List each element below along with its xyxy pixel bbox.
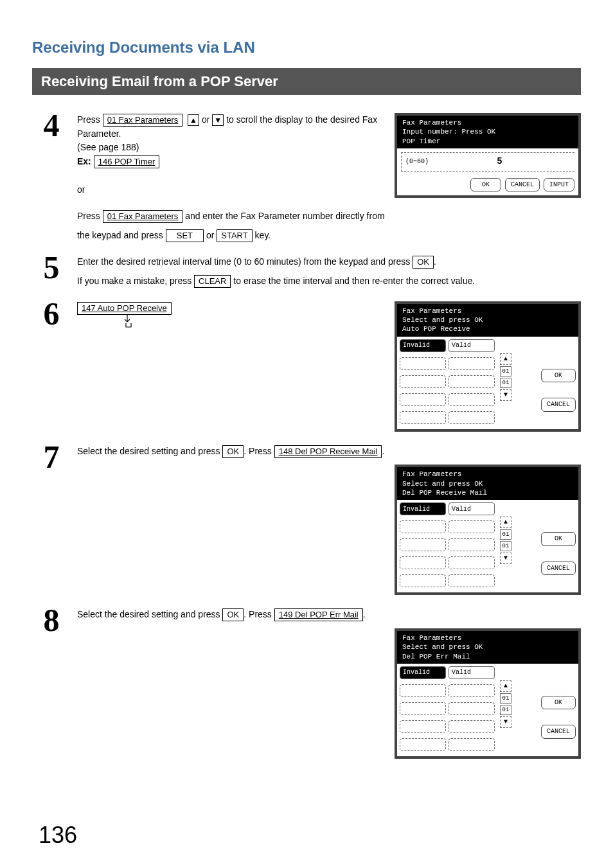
start-button[interactable]: START [217,229,252,242]
lcd-cancel-button[interactable]: CANCEL [541,725,576,739]
text: . Press [244,609,274,619]
lcd-empty-slot [400,720,446,733]
text: Press [77,211,103,221]
lcd-empty-slot [400,574,446,587]
lcd-screen-del-pop-receive: Fax Parameters Select and press OK Del P… [395,465,581,595]
lcd-arrow-up-icon[interactable]: ▲ [500,680,511,692]
lcd-screen-pop-timer: Fax Parameters Input number: Press OK PO… [395,113,581,198]
lcd-empty-slot [400,738,446,751]
lcd-cancel-button[interactable]: CANCEL [541,562,576,576]
lcd-arrow-down-icon[interactable]: ▼ [500,389,511,401]
text: . Press [244,446,274,456]
step-number: 6 [32,297,71,330]
text: . [363,609,366,619]
auto-pop-receive-button[interactable]: 147 Auto POP Receive [77,302,172,315]
text: to erase the time interval and then re-e… [233,276,475,286]
lcd-header: Fax Parameters Select and press OK Del P… [397,467,578,500]
ok-button[interactable]: OK [413,256,434,269]
page-number: 136 [39,822,77,849]
lcd-header: Fax Parameters Select and press OK Auto … [397,304,578,337]
text: . [434,256,436,267]
set-button[interactable]: SET [166,229,204,242]
lcd-index: 01 [500,693,511,704]
text: key. [255,230,271,240]
step-4: 4 Press 01 Fax Parameters ▲ or ▼ to scro… [32,109,581,242]
lcd-empty-slot [449,411,495,424]
lcd-empty-slot [449,357,495,370]
step-number: 5 [32,251,71,283]
lcd-option-valid[interactable]: Valid [449,666,495,679]
fax-parameters-button[interactable]: 01 Fax Parameters [103,114,183,127]
subsection-title: Receiving Email from a POP Server [32,68,581,95]
lcd-option-invalid[interactable]: Invalid [400,666,446,679]
text: If you make a mistake, press [77,276,194,286]
ok-button[interactable]: OK [222,445,244,458]
see-page: (See page 188) [77,141,383,155]
lcd-index: 01 [500,705,511,715]
lcd-empty-slot [449,720,495,733]
lcd-empty-slot [449,684,495,697]
step-number: 8 [32,604,71,636]
del-pop-err-mail-button[interactable]: 149 Del POP Err Mail [274,608,363,621]
lcd-ok-button[interactable]: OK [470,178,501,192]
lcd-arrow-down-icon[interactable]: ▼ [500,716,511,728]
lcd-empty-slot [449,738,495,751]
lcd-index: 01 [500,366,511,376]
lcd-cancel-button[interactable]: CANCEL [541,398,576,412]
text: Enter the desired retrieval interval tim… [77,256,413,267]
example-label: Ex: [77,156,91,166]
lcd-empty-slot [449,538,495,551]
lcd-ok-button[interactable]: OK [541,696,576,710]
text: or [202,114,212,125]
lcd-input-button[interactable]: INPUT [544,178,574,192]
lcd-header: Fax Parameters Select and press OK Del P… [397,631,578,664]
section-title: Receiving Documents via LAN [32,39,581,57]
or-label: or [77,183,383,197]
lcd-empty-slot [400,538,446,551]
text: Press [77,114,103,125]
lcd-empty-slot [400,556,446,569]
text: or [206,230,217,240]
lcd-empty-slot [400,357,446,370]
lcd-empty-slot [400,375,446,388]
text: Select the desired setting and press [77,609,222,619]
lcd-arrow-down-icon[interactable]: ▼ [500,553,511,564]
lcd-index: 01 [500,378,511,388]
text: the keypad and press [77,230,166,240]
lcd-screen-auto-pop: Fax Parameters Select and press OK Auto … [395,301,581,432]
lcd-option-valid[interactable]: Valid [449,339,495,352]
text: Select the desired setting and press [77,446,222,456]
text: and enter the Fax Parameter number direc… [185,211,384,221]
lcd-empty-slot [400,411,446,424]
lcd-arrow-up-icon[interactable]: ▲ [500,353,511,365]
lcd-empty-slot [400,393,446,406]
lcd-header: Fax Parameters Input number: Press OK PO… [397,116,578,148]
lcd-empty-slot [449,375,495,388]
fax-parameters-button[interactable]: 01 Fax Parameters [103,210,183,223]
lcd-empty-slot [449,393,495,406]
lcd-ok-button[interactable]: OK [541,532,576,546]
lcd-empty-slot [400,520,446,533]
lcd-empty-slot [449,556,495,569]
pop-timer-button[interactable]: 146 POP Timer [94,155,160,168]
lcd-screen-del-pop-err: Fax Parameters Select and press OK Del P… [395,628,581,759]
lcd-empty-slot [449,520,495,533]
ok-button[interactable]: OK [222,608,244,621]
step-number: 7 [32,441,71,473]
lcd-cancel-button[interactable]: CANCEL [505,178,540,192]
lcd-range: (0~60) [405,157,429,167]
lcd-arrow-up-icon[interactable]: ▲ [500,517,511,528]
lcd-option-invalid[interactable]: Invalid [400,339,446,352]
lcd-index: 01 [500,529,511,540]
arrow-up-icon[interactable]: ▲ [188,114,199,126]
lcd-empty-slot [449,574,495,587]
clear-button[interactable]: CLEAR [194,275,231,288]
lcd-option-valid[interactable]: Valid [449,502,495,515]
arrow-down-icon[interactable]: ▼ [212,114,224,126]
step-number: 4 [32,109,71,141]
lcd-ok-button[interactable]: OK [541,369,576,383]
del-pop-receive-mail-button[interactable]: 148 Del POP Receive Mail [274,445,382,458]
lcd-option-invalid[interactable]: Invalid [400,502,446,515]
lcd-empty-slot [400,684,446,697]
lcd-value: 5 [429,155,571,169]
